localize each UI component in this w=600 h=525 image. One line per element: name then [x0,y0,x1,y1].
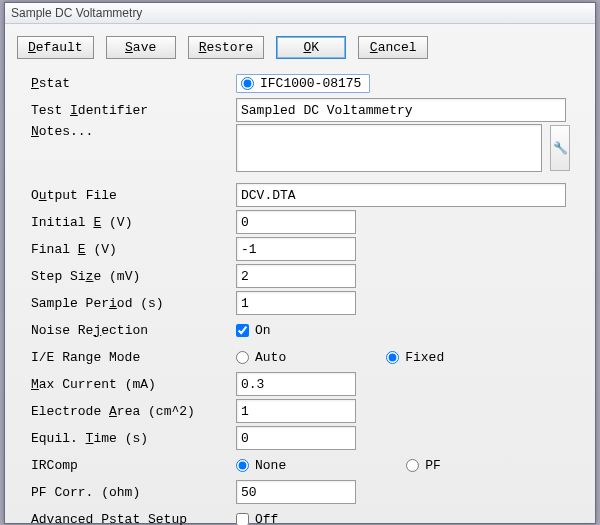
pstat-label: Pstat [31,76,236,91]
pf-corr-input[interactable] [236,480,356,504]
equil-time-label: Equil. Time (s) [31,431,236,446]
save-button[interactable]: Save [106,36,176,59]
adv-pstat-label: Advanced Pstat Setup [31,512,236,526]
equil-time-input[interactable] [236,426,356,450]
ie-fixed-option[interactable]: Fixed [386,350,444,365]
sample-period-label: Sample Period (s) [31,296,236,311]
initial-e-label: Initial E (V) [31,215,236,230]
form-body: Pstat IFC1000-08175 Test Identifier Note… [5,65,595,525]
ircomp-none-option[interactable]: None [236,458,286,473]
initial-e-input[interactable] [236,210,356,234]
electrode-area-label: Electrode Area (cm^2) [31,404,236,419]
title-bar: Sample DC Voltammetry [5,3,595,24]
notes-label: Notes... [31,124,236,139]
test-id-label: Test Identifier [31,103,236,118]
step-size-label: Step Size (mV) [31,269,236,284]
noise-rejection-label: Noise Rejection [31,323,236,338]
max-current-label: Max Current (mA) [31,377,236,392]
step-size-input[interactable] [236,264,356,288]
ie-range-group: Auto Fixed [236,350,577,365]
noise-rejection-checkbox[interactable]: On [236,323,271,338]
notes-tool-button[interactable]: 🔧 [550,125,570,171]
test-id-input[interactable] [236,98,566,122]
electrode-area-input[interactable] [236,399,356,423]
pstat-radio[interactable] [241,77,254,90]
final-e-input[interactable] [236,237,356,261]
ircomp-pf-option[interactable]: PF [406,458,441,473]
ok-button[interactable]: OK [276,36,346,59]
restore-button[interactable]: Restore [188,36,265,59]
ircomp-group: None PF [236,458,577,473]
pstat-option[interactable]: IFC1000-08175 [241,76,361,91]
max-current-input[interactable] [236,372,356,396]
ie-range-label: I/E Range Mode [31,350,236,365]
notes-textarea[interactable] [236,124,542,172]
ie-auto-option[interactable]: Auto [236,350,286,365]
button-row: Default Save Restore OK Cancel [5,24,595,65]
pf-corr-label: PF Corr. (ohm) [31,485,236,500]
cancel-button[interactable]: Cancel [358,36,428,59]
output-file-label: Output File [31,188,236,203]
pstat-radio-group: IFC1000-08175 [236,74,370,93]
final-e-label: Final E (V) [31,242,236,257]
output-file-input[interactable] [236,183,566,207]
ircomp-label: IRComp [31,458,236,473]
wrench-icon: 🔧 [553,141,568,156]
default-button[interactable]: Default [17,36,94,59]
dialog-window: Sample DC Voltammetry Default Save Resto… [4,2,596,524]
sample-period-input[interactable] [236,291,356,315]
window-title: Sample DC Voltammetry [11,6,142,20]
adv-pstat-checkbox[interactable]: Off [236,512,278,526]
